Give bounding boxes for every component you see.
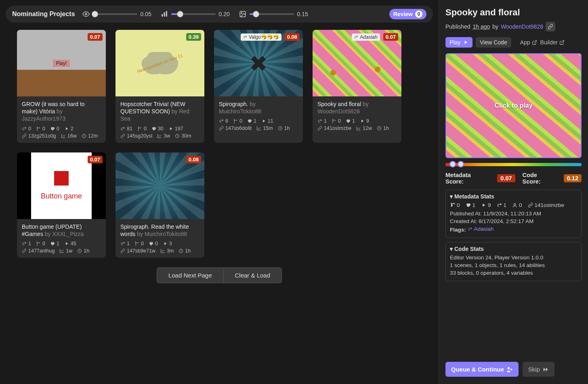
link-builder[interactable]: Builder: [540, 39, 565, 46]
svg-point-18: [332, 119, 333, 120]
metadata-counts: 0 1 9 1 0 141ostmzbe: [450, 202, 577, 208]
flags-row: Flags: Adasiah: [450, 226, 577, 233]
eye-icon: [82, 10, 90, 18]
svg-point-14: [234, 119, 235, 120]
card-user-badge: Adasiah0.07: [352, 33, 398, 41]
card-thumbnail: Play!0.07: [17, 30, 106, 96]
card-meta: 1477anlhug 1w 1h: [22, 248, 101, 254]
project-card[interactable]: Button game0.07 Button game (UPDATE) #Ga…: [17, 152, 106, 258]
slider-chart[interactable]: 0.20: [161, 10, 232, 18]
card-stats: 0 0 0 2: [22, 126, 101, 131]
svg-point-28: [138, 242, 139, 243]
score-gradient[interactable]: [445, 163, 582, 166]
detail-meta: Published 1h ago by WoodenDot9828: [445, 22, 582, 31]
load-next-button[interactable]: Load Next Page: [157, 267, 224, 283]
flags-user-link[interactable]: Adasiah: [468, 226, 494, 232]
triangle-down-icon: ▾: [450, 246, 453, 252]
card-thumbnail: 0.08: [116, 152, 204, 219]
svg-point-8: [39, 127, 40, 128]
svg-point-30: [451, 203, 452, 204]
svg-point-5: [241, 13, 242, 13]
pagination: Load Next Page Clear & Load: [6, 267, 433, 283]
slider-visibility[interactable]: 0.05: [82, 10, 153, 18]
svg-point-12: [141, 127, 141, 128]
card-stats: 1 0 1 9: [317, 118, 397, 124]
review-button[interactable]: Review 0: [389, 9, 426, 19]
card-meta: 147sb6do8t 15m 1h: [219, 125, 298, 131]
card-stats: 81 0 30 197: [120, 126, 200, 131]
detail-time: 1h ago: [473, 23, 490, 30]
svg-point-24: [39, 242, 40, 243]
slider-image[interactable]: 0.15: [239, 10, 310, 18]
slider-track[interactable]: [93, 13, 137, 15]
card-title: Button game (UPDATE) #Games by XXXL_Pizz…: [22, 223, 101, 238]
metadata-stats-header[interactable]: ▾Metadata Stats: [450, 193, 577, 200]
meta-score-label: Metadata Score:: [445, 172, 490, 185]
svg-point-33: [514, 203, 515, 205]
svg-point-27: [135, 245, 136, 246]
slider-track[interactable]: [250, 13, 294, 15]
detail-title: Spooky and floral: [445, 7, 582, 18]
image-icon: [239, 10, 246, 18]
svg-point-11: [138, 130, 139, 131]
card-meta: 13zg251o0g 16w 12m: [22, 133, 101, 139]
slider-value: 0.15: [297, 11, 310, 17]
detail-author[interactable]: WoodenDot9828: [501, 23, 543, 30]
preview-play[interactable]: Click to play: [445, 53, 582, 158]
svg-point-10: [138, 127, 139, 127]
svg-point-32: [454, 204, 455, 205]
project-card[interactable]: Valgo🤧🤧🤧0.08 Spirograph. by MuichiroToki…: [214, 30, 303, 143]
card-meta: 145sg20ysl 3w 30m: [120, 133, 200, 139]
detail-tabs: Play View Code App Builder: [445, 37, 582, 48]
svg-point-22: [37, 242, 38, 242]
link-icon[interactable]: [546, 22, 555, 31]
slider-value: 0.05: [141, 11, 153, 17]
card-stats: 6 0 1 11: [219, 118, 298, 124]
card-title: Spirograph. Read the white words by Muic…: [120, 223, 200, 238]
link-app[interactable]: App: [520, 39, 537, 46]
triangle-down-icon: ▾: [450, 193, 453, 200]
card-title: Spirograph. by MuichiroTokito88: [219, 100, 298, 115]
code-score-label: Code Score:: [523, 172, 556, 185]
card-score-badge: 0.39: [186, 33, 201, 41]
review-label: Review: [393, 11, 413, 17]
toolbar-title: Nominating Projects: [12, 10, 75, 18]
code-score-value: 0.12: [564, 174, 582, 182]
published-at: Published At: 11/9/2024, 11:20:13 AM: [450, 211, 577, 217]
card-user-badge: Valgo🤧🤧🤧0.08: [241, 33, 300, 41]
skip-button[interactable]: Skip: [523, 362, 554, 377]
code-stats-header[interactable]: ▾Code Stats: [450, 246, 577, 252]
metadata-stats-panel: ▾Metadata Stats 0 1 9 1 0 141ostmzbe Pub…: [445, 190, 582, 238]
svg-point-6: [37, 127, 38, 127]
code-stats-panel: ▾Code Stats Editor Version 24, Player Ve…: [445, 242, 582, 281]
svg-point-20: [335, 120, 336, 121]
card-thumbnail: New question on Nov 110.39: [116, 30, 204, 96]
project-card[interactable]: New question on Nov 110.39 Hopscotcher T…: [116, 30, 204, 143]
project-card[interactable]: Play!0.07 GROW (it was so hard to make) …: [17, 30, 106, 143]
slider-track[interactable]: [171, 13, 216, 15]
svg-point-16: [236, 120, 237, 121]
tab-play[interactable]: Play: [445, 37, 472, 48]
svg-rect-1: [162, 14, 163, 17]
card-thumbnail: Valgo🤧🤧🤧0.08: [214, 30, 303, 96]
tab-view-code[interactable]: View Code: [476, 37, 511, 48]
preview-text: Click to play: [494, 102, 532, 109]
card-score-badge: 0.08: [186, 156, 201, 163]
clear-load-button[interactable]: Clear & Load: [224, 267, 282, 283]
card-meta: 141ostmzbe 12w 1h: [317, 125, 397, 131]
project-card[interactable]: 0.08 Spirograph. Read the white words by…: [116, 152, 204, 258]
detail-sidebar: Spooky and floral Published 1h ago by Wo…: [439, 0, 588, 384]
footer-buttons: Queue & Continue Skip: [445, 362, 582, 377]
card-title: Hopscotcher Trivia! (NEW QUESTION SOON) …: [120, 100, 200, 123]
svg-point-19: [332, 122, 333, 123]
created-at: Created At: 8/17/2024, 2:52:17 AM: [450, 218, 577, 224]
card-score-badge: 0.07: [88, 156, 103, 163]
svg-point-7: [37, 130, 38, 131]
card-thumbnail: Adasiah0.07: [313, 30, 401, 96]
queue-continue-button[interactable]: Queue & Continue: [445, 362, 519, 377]
card-meta: 147sb9e71w 3m 1h: [120, 248, 200, 254]
card-title: Spooky and floral by WoodenDot9828: [317, 100, 397, 115]
project-card[interactable]: Adasiah0.07 Spooky and floral by WoodenD…: [313, 30, 401, 143]
svg-rect-2: [164, 13, 165, 17]
score-row: Metadata Score: 0.07 Code Score: 0.12: [445, 172, 582, 185]
